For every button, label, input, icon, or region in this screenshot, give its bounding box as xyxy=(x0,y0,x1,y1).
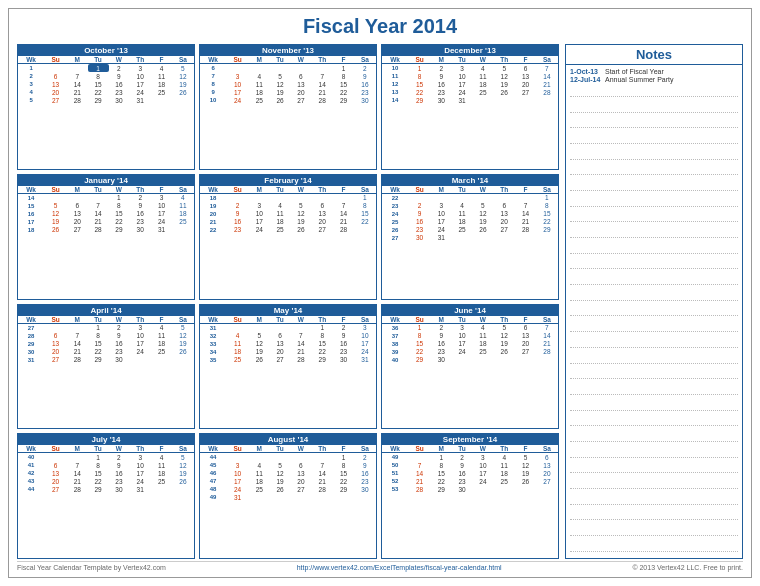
note-line xyxy=(570,338,738,348)
cal-cell: 31 xyxy=(18,356,44,364)
note-entry: 12-Jul-14Annual Summer Party xyxy=(570,76,738,83)
cal-cell: 22 xyxy=(382,193,408,202)
cal-cell xyxy=(172,226,194,234)
cal-table: WkSuMTuWThFSa311233245678910331112131415… xyxy=(200,316,376,364)
cal-cell: 10 xyxy=(226,80,249,88)
cal-cell: 29 xyxy=(88,96,109,104)
cal-cell: 9 xyxy=(333,332,354,340)
cal-cell: 9 xyxy=(408,210,431,218)
cal-cell: 53 xyxy=(382,485,408,493)
cal-cell: 14 xyxy=(408,469,431,477)
cal-cell: 21 xyxy=(67,348,88,356)
cal-cell: 15 xyxy=(18,202,44,210)
month-calendar-December--13: December '13WkSuMTuWThFSa101234567118910… xyxy=(381,44,559,170)
cal-cell xyxy=(354,226,376,234)
cal-cell: 40 xyxy=(382,356,408,364)
cal-cell: 5 xyxy=(172,64,194,73)
cal-cell: 3 xyxy=(473,453,494,462)
cal-cell: 19 xyxy=(515,469,536,477)
cal-cell: 12 xyxy=(172,332,194,340)
cal-cell: 22 xyxy=(88,477,109,485)
calendars-area: October '13WkSuMTuWThFSa1123452678910111… xyxy=(17,44,559,559)
cal-cell xyxy=(249,323,270,332)
cal-table: WkSuMTuWThFSa221232345678249101112131415… xyxy=(382,186,558,242)
cal-cell xyxy=(151,485,172,493)
cal-cell: 25 xyxy=(151,477,172,485)
cal-cell: 30 xyxy=(452,485,473,493)
note-line xyxy=(570,259,738,269)
cal-cell: 22 xyxy=(536,218,558,226)
cal-cell: 17 xyxy=(151,210,172,218)
cal-cell: 30 xyxy=(129,226,151,234)
cal-cell: 4 xyxy=(473,323,494,332)
cal-cell xyxy=(44,64,67,73)
cal-cell: 19 xyxy=(249,348,270,356)
cal-cell: 10 xyxy=(452,72,473,80)
cal-cell: 23 xyxy=(109,348,130,356)
footer: Fiscal Year Calendar Template by Vertex4… xyxy=(17,561,743,573)
note-line xyxy=(570,432,738,442)
cal-cell: 18 xyxy=(473,80,494,88)
cal-cell: 30 xyxy=(109,96,130,104)
cal-cell: 46 xyxy=(200,469,226,477)
cal-cell xyxy=(226,193,249,202)
note-line xyxy=(570,369,738,379)
cal-cell: 21 xyxy=(67,88,88,96)
cal-cell: 26 xyxy=(382,226,408,234)
cal-cell: 6 xyxy=(270,332,291,340)
cal-cell: 4 xyxy=(151,453,172,462)
cal-cell: 4 xyxy=(226,332,249,340)
note-line xyxy=(570,118,738,128)
cal-cell: 11 xyxy=(493,461,515,469)
cal-cell xyxy=(270,193,291,202)
cal-cell: 23 xyxy=(452,477,473,485)
cal-cell xyxy=(536,96,558,104)
cal-cell: 11 xyxy=(249,469,270,477)
cal-cell: 4 xyxy=(493,453,515,462)
cal-cell: 21 xyxy=(408,477,431,485)
cal-cell: 18 xyxy=(151,469,172,477)
cal-cell: 10 xyxy=(129,72,151,80)
cal-cell: 14 xyxy=(536,332,558,340)
cal-cell: 11 xyxy=(249,80,270,88)
cal-cell: 26 xyxy=(249,356,270,364)
cal-cell xyxy=(515,485,536,493)
cal-cell xyxy=(249,493,270,501)
cal-cell: 14 xyxy=(333,210,354,218)
cal-cell: 35 xyxy=(200,356,226,364)
cal-cell: 2 xyxy=(431,64,452,73)
cal-cell: 27 xyxy=(44,485,67,493)
cal-cell: 3 xyxy=(129,453,151,462)
cal-cell: 9 xyxy=(431,72,452,80)
cal-cell: 26 xyxy=(473,226,494,234)
cal-cell: 12 xyxy=(473,210,494,218)
cal-cell: 24 xyxy=(226,485,249,493)
cal-cell: 6 xyxy=(536,453,558,462)
cal-cell: 5 xyxy=(172,453,194,462)
cal-cell: 6 xyxy=(515,64,536,73)
cal-cell: 27 xyxy=(18,323,44,332)
note-line xyxy=(570,134,738,144)
cal-cell: 34 xyxy=(200,348,226,356)
cal-cell: 9 xyxy=(109,461,130,469)
cal-cell: 11 xyxy=(172,202,194,210)
cal-cell: 27 xyxy=(44,356,67,364)
cal-cell: 28 xyxy=(291,356,312,364)
cal-cell: 49 xyxy=(200,493,226,501)
cal-cell xyxy=(333,493,354,501)
month-title: April '14 xyxy=(18,305,194,316)
cal-cell: 28 xyxy=(18,332,44,340)
cal-table: WkSuMTuWThFSa141234155678910111612131415… xyxy=(18,186,194,234)
cal-cell xyxy=(44,323,67,332)
cal-cell: 18 xyxy=(270,218,291,226)
notes-content: 1-Oct-13Start of Fiscal Year12-Jul-14Ann… xyxy=(566,65,742,558)
cal-cell: 45 xyxy=(200,461,226,469)
cal-cell: 18 xyxy=(249,88,270,96)
cal-cell xyxy=(129,356,151,364)
footer-right: © 2013 Vertex42 LLC. Free to print. xyxy=(632,564,743,571)
cal-cell: 12 xyxy=(270,80,291,88)
cal-cell: 4 xyxy=(172,193,194,202)
cal-cell: 2 xyxy=(354,453,376,462)
cal-cell: 28 xyxy=(536,88,558,96)
cal-cell: 5 xyxy=(270,461,291,469)
